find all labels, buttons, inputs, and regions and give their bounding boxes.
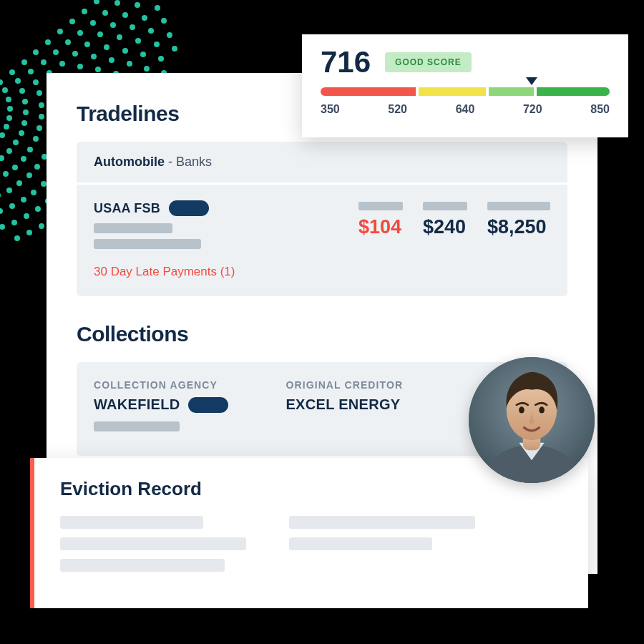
skeleton-line — [60, 537, 246, 550]
gauge-segment-poor — [321, 87, 416, 96]
skeleton-line — [94, 239, 201, 249]
collection-agency-value: WAKEFIELD — [94, 396, 180, 413]
eviction-heading: Eviction Record — [60, 478, 562, 500]
tradelines-panel-body: USAA FSB $104 $240 — [77, 185, 567, 296]
tradelines-panel: Automobile - Banks USAA FSB $104 — [77, 142, 567, 296]
skeleton-line — [487, 202, 550, 210]
score-gauge — [321, 87, 610, 96]
eviction-col-2 — [289, 516, 475, 572]
late-payments-text: 30 Day Late Payments (1) — [94, 265, 550, 279]
eviction-col-1 — [60, 516, 246, 572]
credit-score-card: 716 GOOD SCORE 350 520 640 720 850 — [302, 34, 628, 137]
score-ticks: 350 520 640 720 850 — [321, 103, 610, 116]
tick-label: 350 — [321, 103, 340, 116]
tick-label: 640 — [456, 103, 475, 116]
agency-pill — [188, 397, 228, 413]
creditor-pill — [169, 200, 209, 216]
skeleton-line — [289, 516, 475, 529]
amount-value: $8,250 — [487, 216, 547, 238]
skeleton-line — [358, 202, 403, 210]
collections-heading: Collections — [77, 322, 567, 346]
skeleton-line — [60, 516, 203, 529]
creditor-name: USAA FSB — [94, 201, 160, 216]
svg-point-4 — [539, 406, 545, 413]
credit-score-value: 716 — [321, 47, 371, 77]
score-marker-icon — [526, 77, 537, 85]
tick-label: 520 — [388, 103, 407, 116]
svg-point-3 — [519, 406, 525, 413]
tick-label: 720 — [523, 103, 542, 116]
collection-agency-block: COLLECTION AGENCY WAKEFIELD — [94, 379, 228, 437]
collection-agency-label: COLLECTION AGENCY — [94, 379, 228, 391]
original-creditor-value: EXCEL ENERGY — [286, 396, 403, 413]
gauge-segment-fair — [419, 87, 486, 96]
profile-avatar — [469, 357, 595, 483]
tradelines-panel-header: Automobile - Banks — [77, 142, 567, 185]
skeleton-line — [289, 537, 432, 550]
skeleton-line — [94, 223, 172, 233]
amount-col-1: $104 — [358, 202, 403, 238]
creditor-block: USAA FSB — [94, 200, 209, 255]
original-creditor-label: ORIGINAL CREDITOR — [286, 379, 403, 391]
amount-value: $104 — [358, 216, 401, 238]
skeleton-line — [94, 421, 180, 431]
amount-col-2: $240 — [423, 202, 467, 238]
credit-score-badge: GOOD SCORE — [385, 52, 472, 72]
eviction-record-card: Eviction Record — [30, 458, 588, 608]
amount-value: $240 — [423, 216, 466, 238]
tick-label: 850 — [590, 103, 610, 116]
tradeline-category: Automobile — [94, 155, 165, 169]
amount-col-3: $8,250 — [487, 202, 550, 238]
amounts-row: $104 $240 $8,250 — [358, 200, 550, 238]
gauge-segment-excellent — [537, 87, 610, 96]
skeleton-line — [423, 202, 467, 210]
gauge-segment-good — [489, 87, 534, 96]
avatar-placeholder-icon — [469, 357, 595, 483]
skeleton-line — [60, 559, 225, 572]
tradeline-subcategory: - Banks — [165, 155, 212, 169]
original-creditor-block: ORIGINAL CREDITOR EXCEL ENERGY — [286, 379, 403, 437]
